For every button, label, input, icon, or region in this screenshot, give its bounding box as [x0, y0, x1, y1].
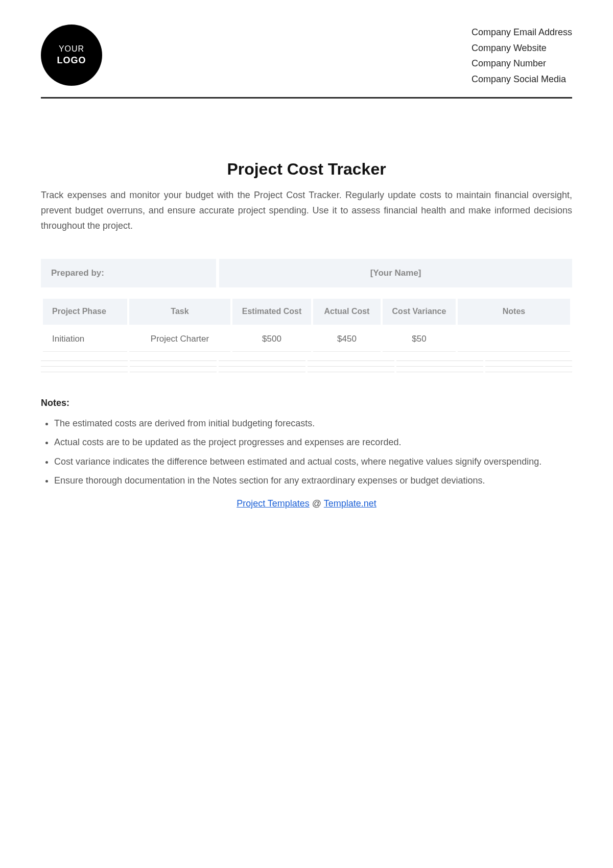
note-item: Cost variance indicates the difference b…	[54, 454, 572, 470]
logo-placeholder: YOUR LOGO	[41, 25, 102, 86]
header-actual: Actual Cost	[313, 299, 381, 324]
cell-task: Project Charter	[129, 327, 230, 352]
header-estimated: Estimated Cost	[232, 299, 311, 324]
table-row: Initiation Project Charter $500 $450 $50	[43, 327, 570, 352]
company-website: Company Website	[471, 40, 572, 56]
header-notes: Notes	[458, 299, 570, 324]
company-info: Company Email Address Company Website Co…	[471, 25, 572, 87]
company-number: Company Number	[471, 56, 572, 71]
header-task: Task	[129, 299, 230, 324]
link-project-templates[interactable]: Project Templates	[237, 498, 310, 509]
prepared-by-value: [Your Name]	[219, 259, 572, 287]
logo-line1: YOUR	[59, 44, 84, 55]
header-variance: Cost Variance	[383, 299, 456, 324]
empty-table-rows	[41, 357, 572, 372]
empty-row	[41, 363, 572, 367]
cell-variance: $50	[383, 327, 456, 352]
footer-links: Project Templates @ Template.net	[41, 498, 572, 509]
cell-phase: Initiation	[43, 327, 127, 352]
cell-actual: $450	[313, 327, 381, 352]
note-item: Actual costs are to be updated as the pr…	[54, 435, 572, 451]
prepared-by-row: Prepared by: [Your Name]	[41, 259, 572, 287]
company-social: Company Social Media	[471, 71, 572, 87]
link-template-net[interactable]: Template.net	[324, 498, 376, 509]
header-divider	[41, 97, 572, 99]
table-header-row: Project Phase Task Estimated Cost Actual…	[43, 299, 570, 324]
empty-row	[41, 357, 572, 361]
prepared-by-label: Prepared by:	[41, 259, 216, 287]
cell-estimated: $500	[232, 327, 311, 352]
page-title: Project Cost Tracker	[41, 160, 572, 179]
description-text: Track expenses and monitor your budget w…	[41, 188, 572, 233]
footer-separator: @	[310, 498, 324, 509]
document-header: YOUR LOGO Company Email Address Company …	[41, 25, 572, 87]
cost-table: Project Phase Task Estimated Cost Actual…	[41, 297, 572, 353]
company-email: Company Email Address	[471, 25, 572, 40]
logo-line2: LOGO	[57, 55, 86, 66]
empty-row	[41, 368, 572, 372]
notes-heading: Notes:	[41, 398, 572, 408]
note-item: Ensure thorough documentation in the Not…	[54, 473, 572, 489]
cell-notes	[458, 327, 570, 352]
notes-list: The estimated costs are derived from ini…	[41, 416, 572, 489]
header-phase: Project Phase	[43, 299, 127, 324]
note-item: The estimated costs are derived from ini…	[54, 416, 572, 432]
